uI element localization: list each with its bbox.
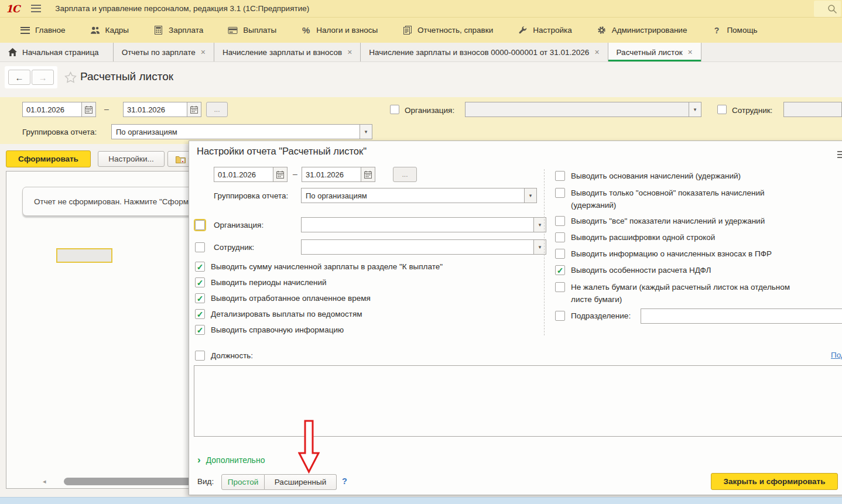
check-icon: ✓ [197, 263, 204, 271]
department-field[interactable] [641, 308, 842, 324]
menu-item-salary[interactable]: Зарплата [141, 18, 215, 43]
option-row: ✓ Выводить отработанное оплаченное время [195, 293, 371, 305]
generate-button[interactable]: Сформировать [6, 150, 91, 167]
organization-filter-checkbox[interactable] [390, 105, 399, 114]
menu-item-help[interactable]: ? Помощь [699, 18, 769, 43]
checkbox-checked[interactable]: ✓ [195, 262, 205, 272]
tab-payslip[interactable]: Расчетный листок × [608, 43, 701, 61]
staff-icon [90, 26, 100, 35]
menu-item-main[interactable]: Главное [8, 18, 78, 43]
dialog-grouping-select[interactable]: По организациям ▾ [301, 188, 537, 203]
period-to-field [123, 102, 201, 117]
global-search-button[interactable] [814, 1, 841, 17]
checkbox-checked[interactable]: ✓ [195, 277, 205, 287]
bottom-status-strip [0, 497, 842, 504]
sections-icon [20, 27, 30, 34]
more-menu-icon[interactable] [837, 151, 842, 159]
check-icon: ✓ [197, 310, 204, 318]
dialog-organization-select[interactable]: ▾ [301, 217, 546, 232]
close-icon[interactable]: × [688, 48, 693, 56]
position-checkbox[interactable] [195, 351, 205, 361]
department-checkbox[interactable] [555, 311, 565, 321]
selection-link[interactable]: Под [831, 351, 842, 359]
dialog-employee-checkbox[interactable] [195, 242, 205, 252]
chevron-down-icon[interactable]: ▾ [524, 188, 536, 203]
dialog-employee-select[interactable]: ▾ [301, 239, 546, 255]
menu-item-reports[interactable]: Отчетность, справки [390, 18, 505, 43]
menu-item-payments[interactable]: Выплаты [215, 18, 289, 43]
percent-icon: % [301, 25, 311, 35]
menu-item-administration[interactable]: Администрирование [584, 18, 700, 43]
page-title: Расчетный листок [80, 70, 173, 83]
checkbox-unchecked[interactable] [555, 282, 565, 292]
period-dash: – [104, 104, 109, 114]
menu-label: Помощь [727, 26, 757, 35]
additional-expander[interactable]: › Дополнительно [197, 455, 265, 465]
calendar-icon[interactable] [187, 102, 201, 116]
calendar-icon[interactable] [273, 167, 287, 181]
forward-button[interactable]: → [32, 70, 54, 85]
dialog-period-from-field [214, 167, 287, 182]
view-simple-button[interactable]: Простой [221, 474, 265, 490]
checkbox-unchecked[interactable] [555, 171, 565, 181]
application-window: 1С Зарплата и управление персоналом, ред… [0, 0, 842, 504]
menu-item-setup[interactable]: Настройка [505, 18, 584, 43]
menu-label: Отчетность, справки [417, 26, 493, 35]
back-button[interactable]: ← [8, 70, 30, 85]
close-icon[interactable]: × [594, 48, 599, 56]
scroll-left-icon[interactable]: ◂ [43, 478, 46, 485]
dialog-title: Настройки отчета "Расчетный листок" [197, 146, 367, 157]
help-icon[interactable]: ? [342, 476, 347, 486]
favorite-star-icon[interactable] [64, 71, 77, 85]
chevron-down-icon[interactable]: ▾ [689, 102, 701, 116]
checkbox-unchecked[interactable] [555, 249, 565, 259]
dialog-period-from-input[interactable] [214, 167, 273, 181]
menu-item-staff[interactable]: Кадры [78, 18, 141, 43]
department-input[interactable] [641, 309, 842, 323]
employee-filter-checkbox[interactable] [717, 105, 727, 114]
period-more-button[interactable]: ... [206, 102, 228, 117]
menu-label: Кадры [105, 26, 129, 35]
card-icon [228, 27, 238, 34]
settings-button[interactable]: Настройки... [98, 151, 165, 167]
checkbox-checked[interactable]: ✓ [195, 309, 205, 319]
tab-payroll-document[interactable]: Начисление зарплаты и взносов 0000-00000… [361, 43, 608, 61]
open-windows-tab-bar: Начальная страница Отчеты по зарплате × … [0, 43, 842, 62]
tab-salary-reports[interactable]: Отчеты по зарплате × [114, 43, 214, 61]
period-to-input[interactable] [124, 102, 187, 116]
dialog-period-to-input[interactable] [302, 167, 361, 181]
main-menu-icon[interactable] [31, 5, 41, 12]
tab-label: Начисление зарплаты и взносов 0000-00000… [369, 48, 589, 57]
calendar-icon[interactable] [361, 167, 375, 181]
checkbox-checked[interactable]: ✓ [195, 325, 205, 335]
tab-payroll-list[interactable]: Начисление зарплаты и взносов × [214, 43, 361, 61]
checkbox-checked[interactable]: ✓ [555, 265, 565, 275]
check-icon: ✓ [197, 326, 204, 334]
tab-home[interactable]: Начальная страница [0, 43, 114, 61]
checkbox-checked[interactable]: ✓ [195, 293, 205, 303]
position-list-box[interactable] [194, 365, 842, 437]
employee-filter-input[interactable] [784, 102, 841, 116]
grouping-select[interactable]: По организациям ▾ [111, 124, 372, 139]
close-icon[interactable]: × [201, 48, 206, 56]
option-label: Выводить особенности расчета НДФЛ [571, 265, 711, 277]
close-icon[interactable]: × [347, 48, 352, 56]
checkbox-unchecked[interactable] [555, 216, 565, 226]
menu-item-taxes[interactable]: % Налоги и взносы [289, 18, 390, 43]
annotation-arrow [298, 420, 320, 474]
organization-filter-select[interactable]: ▾ [465, 102, 701, 117]
close-and-generate-button[interactable]: Закрыть и сформировать [711, 473, 838, 490]
dialog-period-more-button[interactable]: ... [393, 167, 417, 182]
option-row: Выводить расшифровки одной строкой [555, 232, 715, 244]
dialog-organization-checkbox[interactable] [195, 220, 205, 230]
checkbox-unchecked[interactable] [555, 232, 565, 242]
option-label: Выводить справочную информацию [211, 324, 344, 337]
period-from-input[interactable] [23, 102, 81, 116]
column-divider [544, 169, 545, 335]
checkbox-unchecked[interactable] [555, 188, 565, 198]
calendar-icon[interactable] [81, 102, 95, 116]
employee-filter-field[interactable] [783, 102, 842, 117]
dialog-period-to-field [302, 167, 375, 182]
view-extended-button[interactable]: Расширенный [265, 474, 337, 490]
chevron-down-icon[interactable]: ▾ [360, 125, 372, 139]
